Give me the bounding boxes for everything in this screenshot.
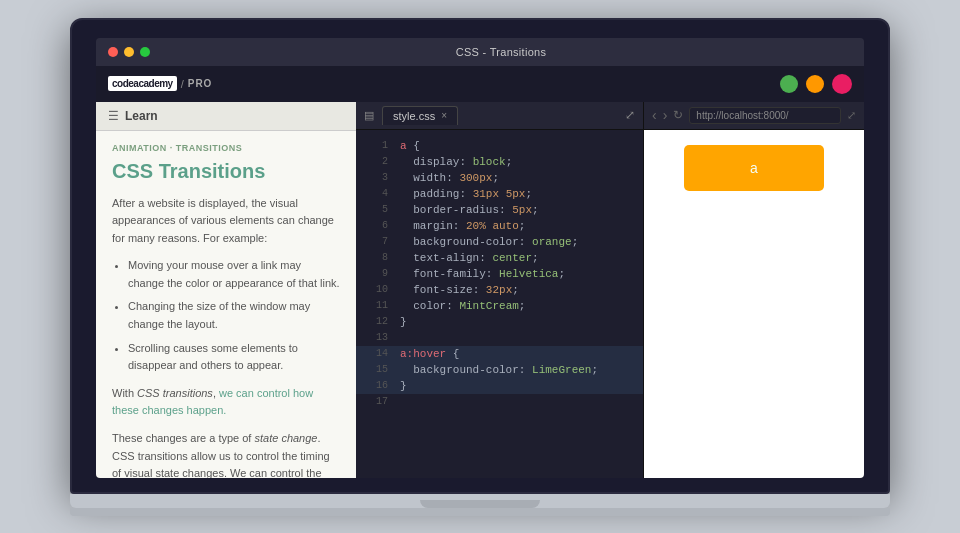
line-number: 2 xyxy=(364,154,388,170)
code-editor: ▤ style.css × ⤢ 1a {2 display: block;3 w… xyxy=(356,102,644,478)
folder-icon: ▤ xyxy=(364,109,374,122)
code-line: 4 padding: 31px 5px; xyxy=(356,186,643,202)
browser-expand-icon[interactable]: ⤢ xyxy=(847,109,856,122)
status-icon-green xyxy=(780,75,798,93)
code-content[interactable]: 1a {2 display: block;3 width: 300px;4 pa… xyxy=(356,130,643,478)
line-code: } xyxy=(400,314,407,330)
line-number: 7 xyxy=(364,234,388,250)
code-line: 11 color: MintCream; xyxy=(356,298,643,314)
line-code: } xyxy=(400,378,407,394)
line-code: a:hover { xyxy=(400,346,459,362)
editor-expand-icon[interactable]: ⤢ xyxy=(625,108,635,122)
line-code: font-size: 32px; xyxy=(400,282,519,298)
minimize-button[interactable] xyxy=(124,47,134,57)
code-line: 16} xyxy=(356,378,643,394)
laptop-base xyxy=(70,494,890,508)
code-line: 3 width: 300px; xyxy=(356,170,643,186)
line-code: width: 300px; xyxy=(400,170,499,186)
title-bar: CSS - Transitions xyxy=(96,38,864,66)
status-icon-orange xyxy=(806,75,824,93)
line-code: color: MintCream; xyxy=(400,298,525,314)
code-line: 14a:hover { xyxy=(356,346,643,362)
code-line: 8 text-align: center; xyxy=(356,250,643,266)
paragraph-2: With CSS transitions, we can control how… xyxy=(112,385,340,420)
browser-content: a xyxy=(644,130,864,478)
logo-slash: / xyxy=(181,78,184,90)
line-code: margin: 20% auto; xyxy=(400,218,525,234)
code-line: 6 margin: 20% auto; xyxy=(356,218,643,234)
line-code xyxy=(400,330,407,346)
paragraph-1: After a website is displayed, the visual… xyxy=(112,195,340,248)
line-number: 14 xyxy=(364,346,388,362)
screen-bezel: CSS - Transitions codeacademy / PRO xyxy=(70,18,890,494)
code-line: 1a { xyxy=(356,138,643,154)
line-code: background-color: orange; xyxy=(400,234,578,250)
browser-refresh-icon[interactable]: ↻ xyxy=(673,108,683,122)
breadcrumb: Animation · Transitions xyxy=(112,143,340,153)
browser-toolbar: ‹ › ↻ http://localhost:8000/ ⤢ xyxy=(644,102,864,130)
line-number: 4 xyxy=(364,186,388,202)
tab-close-icon[interactable]: × xyxy=(441,110,447,121)
browser-address-bar[interactable]: http://localhost:8000/ xyxy=(689,107,841,124)
code-line: 2 display: block; xyxy=(356,154,643,170)
window-controls xyxy=(108,47,150,57)
preview-element: a xyxy=(684,145,824,191)
editor-tab-bar: ▤ style.css × ⤢ xyxy=(356,102,643,130)
code-line: 5 border-radius: 5px; xyxy=(356,202,643,218)
line-number: 10 xyxy=(364,282,388,298)
app-body: ☰ Learn Animation · Transitions CSS Tran… xyxy=(96,102,864,478)
line-code: font-family: Helvetica; xyxy=(400,266,565,282)
lesson-content: Animation · Transitions CSS Transitions … xyxy=(96,131,356,478)
line-number: 16 xyxy=(364,378,388,394)
app: codeacademy / PRO ☰ L xyxy=(96,66,864,478)
browser-preview: ‹ › ↻ http://localhost:8000/ ⤢ a xyxy=(644,102,864,478)
learn-header: ☰ Learn xyxy=(96,102,356,131)
logo-code: codeacademy xyxy=(108,76,177,91)
line-number: 8 xyxy=(364,250,388,266)
header-icons xyxy=(780,74,852,94)
tab-filename: style.css xyxy=(393,110,435,122)
browser-back-icon[interactable]: ‹ xyxy=(652,108,657,122)
app-header: codeacademy / PRO xyxy=(96,66,864,102)
line-number: 13 xyxy=(364,330,388,346)
line-number: 9 xyxy=(364,266,388,282)
learn-label: Learn xyxy=(125,109,158,123)
browser-forward-icon[interactable]: › xyxy=(663,108,668,122)
code-line: 7 background-color: orange; xyxy=(356,234,643,250)
line-number: 17 xyxy=(364,394,388,410)
browser-url: http://localhost:8000/ xyxy=(696,110,788,121)
line-number: 6 xyxy=(364,218,388,234)
laptop-notch xyxy=(420,500,540,508)
code-line: 13 xyxy=(356,330,643,346)
line-number: 11 xyxy=(364,298,388,314)
list-1: Moving your mouse over a link may change… xyxy=(128,257,340,375)
learn-panel: ☰ Learn Animation · Transitions CSS Tran… xyxy=(96,102,356,478)
editor-tab-style-css[interactable]: style.css × xyxy=(382,106,458,125)
maximize-button[interactable] xyxy=(140,47,150,57)
laptop-screen: CSS - Transitions codeacademy / PRO xyxy=(96,38,864,478)
close-button[interactable] xyxy=(108,47,118,57)
line-number: 5 xyxy=(364,202,388,218)
line-number: 12 xyxy=(364,314,388,330)
line-code: a { xyxy=(400,138,420,154)
code-line: 9 font-family: Helvetica; xyxy=(356,266,643,282)
line-code: border-radius: 5px; xyxy=(400,202,539,218)
code-line: 10 font-size: 32px; xyxy=(356,282,643,298)
paragraph-3: These changes are a type of state change… xyxy=(112,430,340,477)
list-item: Moving your mouse over a link may change… xyxy=(128,257,340,292)
logo: codeacademy / PRO xyxy=(108,76,212,91)
logo-pro: PRO xyxy=(188,78,213,89)
code-line: 12} xyxy=(356,314,643,330)
avatar-icon xyxy=(832,74,852,94)
browser-nav: ‹ › xyxy=(652,108,667,122)
line-number: 1 xyxy=(364,138,388,154)
line-code: text-align: center; xyxy=(400,250,539,266)
list-item: Changing the size of the window may chan… xyxy=(128,298,340,333)
line-number: 15 xyxy=(364,362,388,378)
code-line: 17 xyxy=(356,394,643,410)
laptop-stand xyxy=(70,508,890,516)
line-code: background-color: LimeGreen; xyxy=(400,362,598,378)
learn-icon: ☰ xyxy=(108,109,119,123)
list-item: Scrolling causes some elements to disapp… xyxy=(128,340,340,375)
line-code: display: block; xyxy=(400,154,512,170)
